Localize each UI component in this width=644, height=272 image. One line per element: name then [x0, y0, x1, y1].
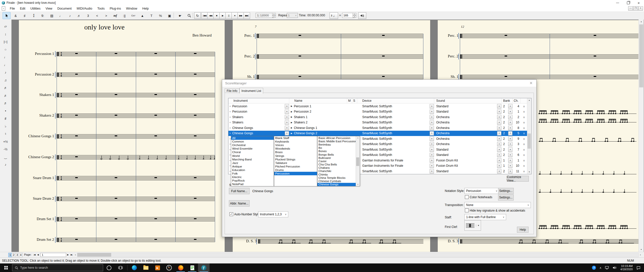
selection-tool-button[interactable]	[3, 12, 11, 19]
remove-cell[interactable]: x	[521, 131, 527, 136]
table-row[interactable]: ≡Percussion▼▶Percussion 1SmartMusic Soft…	[228, 104, 531, 109]
notation-settings-button[interactable]: Settings...	[498, 188, 514, 194]
firefox-button[interactable]	[175, 263, 186, 272]
popup-item[interactable]: Marching Band	[231, 158, 274, 161]
remove-row-icon[interactable]: x	[523, 170, 525, 173]
column-header-instrument[interactable]: Instrument	[228, 98, 289, 103]
finale-taskbar-button[interactable]: f	[198, 263, 210, 272]
previous-page-button[interactable]: ◀	[36, 253, 39, 257]
popup-item[interactable]: Bullroarer	[317, 156, 357, 159]
mute-cell[interactable]	[347, 125, 352, 131]
menu-tools[interactable]: Tools	[95, 6, 107, 11]
table-scroll-up-icon[interactable]: ▲	[527, 98, 531, 102]
vertical-scrollbar[interactable]: ▲ ▼	[638, 19, 644, 252]
column-header-sound[interactable]: Sound	[434, 98, 502, 103]
sound-cell[interactable]: Fusion Drum Kit▼	[434, 158, 502, 163]
scroll-down-arrow[interactable]: ▼	[639, 247, 644, 252]
network-tray-button[interactable]	[603, 263, 611, 272]
solo-cell[interactable]	[352, 125, 357, 131]
sound-cell[interactable]: Orchestra▼	[434, 125, 502, 131]
restore-button[interactable]	[623, 0, 633, 6]
popup-item[interactable]: Percussion	[274, 172, 317, 175]
popup-item[interactable]: Bongo Bells	[317, 153, 357, 156]
popup-scroll-up-icon[interactable]: ∧	[356, 136, 360, 140]
bank-dropdown-arrow[interactable]: ▼	[508, 110, 512, 114]
popup-item[interactable]: Jazz	[231, 161, 274, 165]
expander-icon[interactable]: ▶	[291, 127, 292, 129]
pause-button[interactable]: | |	[225, 12, 232, 19]
smart-shape-tool-button[interactable]: <	[93, 12, 101, 19]
bank-cell[interactable]: 1▼	[502, 158, 513, 163]
remove-row-icon[interactable]: x	[523, 164, 525, 167]
sound-dropdown-arrow[interactable]: ▼	[497, 142, 501, 147]
scroll-up-arrow[interactable]: ▲	[639, 19, 644, 24]
device-dropdown-arrow[interactable]: ▼	[430, 169, 434, 174]
bank-cell[interactable]: 2▼	[502, 114, 513, 120]
sound-cell[interactable]: Fusion Drum Kit▼	[434, 163, 502, 169]
bank-cell[interactable]: 2▼	[502, 136, 513, 142]
table-row[interactable]: ≡Percussion▼▶Percussion 2SmartMusic Soft…	[228, 109, 531, 115]
last-page-button[interactable]: ▶|	[70, 253, 73, 257]
bank-cell[interactable]: 1▼	[502, 163, 513, 169]
column-header-device[interactable]: Device	[357, 98, 434, 103]
simple-entry-tool-button[interactable]: ♩	[57, 12, 65, 19]
device-dropdown-arrow[interactable]: ▼	[430, 131, 434, 136]
instrument-cell[interactable]: ≡Percussion▼	[228, 109, 289, 115]
column-header-name[interactable]: Name	[289, 98, 347, 103]
horizontal-scroll-track[interactable]	[77, 253, 639, 257]
menu-plug-ins[interactable]: Plug-ins	[107, 6, 124, 11]
key-signature-tool-button[interactable]: ♯	[21, 12, 29, 19]
fast-forward-button[interactable]: ▶▶	[237, 12, 244, 19]
bank-cell[interactable]: 2▼	[502, 152, 513, 158]
customize-view-button[interactable]: Customize View...	[507, 176, 529, 182]
popup-item[interactable]: Antique	[231, 165, 274, 168]
popup-item[interactable]: Cha Cha Bells	[317, 163, 357, 166]
page-number-input[interactable]: 1	[40, 253, 66, 257]
clef-tool-button[interactable]: 9:	[39, 12, 47, 19]
channel-cell[interactable]: 10	[513, 163, 521, 169]
full-name-button[interactable]: Full Name...	[229, 188, 250, 194]
popup-item[interactable]: Voices	[274, 143, 317, 147]
expander-icon[interactable]: ▶	[291, 105, 292, 107]
remove-cell[interactable]: x	[521, 147, 527, 152]
tempo-note-button[interactable]: ▲▼♩	[330, 12, 338, 19]
device-dropdown-arrow[interactable]: ▼	[430, 104, 434, 109]
chord-tool-button[interactable]: CM7	[129, 12, 137, 19]
instrument-cell[interactable]: ≡Chinese Gongs▼	[228, 131, 289, 136]
tray-expand-button[interactable]: ∧	[598, 263, 603, 272]
playback-position-counter[interactable]: 1| 1|0000	[256, 13, 274, 18]
device-cell[interactable]: Garritan Instruments for Finale▼	[357, 158, 434, 163]
name-cell[interactable]: ▶Shakers 2	[289, 120, 347, 125]
cortana-button[interactable]	[103, 263, 115, 272]
popup-item[interactable]: Chimta	[317, 173, 357, 176]
popup-item[interactable]: Chinese Gongs	[317, 183, 357, 186]
popup-item[interactable]: Woodwinds	[274, 147, 317, 150]
remove-cell[interactable]: x	[521, 136, 527, 142]
tuplet-tool-button[interactable]: 3	[84, 12, 92, 19]
device-dropdown-arrow[interactable]: ▼	[430, 153, 434, 157]
sound-dropdown-arrow[interactable]: ▼	[497, 104, 501, 109]
tempo-spinner[interactable]: ▲▼	[353, 13, 356, 18]
channel-cell[interactable]: 10	[513, 120, 521, 125]
loop-playback-button[interactable]: ↻	[194, 12, 201, 19]
instrument-cell[interactable]: ≡Percussion▼	[228, 104, 289, 109]
channel-cell[interactable]: 1	[513, 109, 521, 115]
sound-cell[interactable]: Orchestra▼	[434, 136, 502, 142]
page-button-2[interactable]: 2	[12, 253, 16, 257]
page-button-4[interactable]: 4	[19, 253, 23, 257]
expander-icon[interactable]: ▶	[291, 116, 292, 118]
name-cell[interactable]: ▶Percussion 1	[289, 104, 347, 109]
sound-cell[interactable]: Standard▼	[434, 104, 502, 109]
channel-cell[interactable]: 2	[513, 114, 521, 120]
expression-tool-button[interactable]: mf	[111, 12, 119, 19]
play-button[interactable]: ▶	[219, 12, 226, 19]
sound-dropdown-arrow[interactable]: ▼	[497, 120, 501, 125]
menu-view[interactable]: View	[43, 6, 55, 11]
table-row[interactable]: ≡Chinese Gongs▼▶Chinese Gongs 2SmartMusi…	[228, 131, 531, 136]
bank-cell[interactable]: 2▼	[502, 147, 513, 152]
help-tray-button[interactable]: ?	[590, 263, 598, 272]
remove-row-icon[interactable]: x	[523, 132, 525, 135]
column-header-m[interactable]: M	[347, 98, 352, 103]
hyperscribe-tool-button[interactable]: ♬	[75, 12, 83, 19]
lyrics-tool-button[interactable]: ▲	[138, 12, 146, 19]
